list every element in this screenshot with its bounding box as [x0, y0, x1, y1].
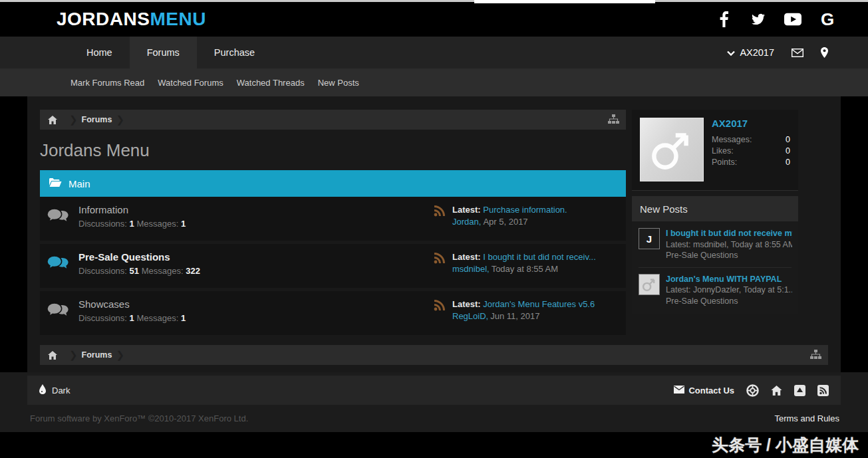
- contact-us-label: Contact Us: [688, 386, 734, 396]
- content-area: ❯ Forums ❯ Jordans Menu Main: [0, 96, 868, 372]
- rss-icon[interactable]: [434, 300, 445, 314]
- breadcrumb-item-forums[interactable]: Forums: [82, 115, 112, 124]
- style-chooser[interactable]: Dark: [39, 384, 70, 396]
- sidebar: AX2017 Messages:0 Likes:0 Points:0: [632, 110, 798, 338]
- latest-post-block: Latest: I bought it but did not receiv..…: [452, 251, 619, 275]
- stat-messages: Messages:0: [712, 134, 790, 146]
- latest-thread-link[interactable]: I bought it but did not receiv...: [483, 252, 596, 262]
- avatar-male-symbol[interactable]: [639, 274, 660, 295]
- nav-tab-forums[interactable]: Forums: [130, 37, 197, 68]
- speech-bubbles-icon: [47, 207, 69, 229]
- speech-bubbles-icon-unread: [47, 255, 69, 277]
- youtube-icon[interactable]: [784, 11, 801, 28]
- breadcrumb-separator: ❯: [112, 349, 128, 361]
- page-root: JORDANSMENU G Home Forums Purchase: [0, 0, 868, 458]
- subnav-watched-threads[interactable]: Watched Threads: [230, 78, 311, 88]
- watermark-strip: 头条号 / 小盛自媒体: [0, 432, 868, 458]
- breadcrumb-bottom: ❯ Forums ❯: [40, 345, 828, 365]
- site-header: JORDANSMENU G: [0, 2, 868, 37]
- nav-right: AX2017: [727, 37, 828, 68]
- forum-row-information[interactable]: Information Discussions: 1 Messages: 1 L…: [40, 197, 626, 241]
- envelope-icon: [674, 386, 684, 396]
- breadcrumb-item-forums[interactable]: Forums: [82, 350, 112, 360]
- latest-thread-link[interactable]: Purchase information.: [483, 205, 567, 215]
- latest-label: Latest:: [452, 299, 481, 309]
- rss-icon[interactable]: [434, 253, 445, 267]
- latest-date: Today at 8:55 AM: [492, 264, 558, 274]
- browser-edge-strip: [0, 0, 868, 2]
- category-title: Main: [69, 178, 90, 189]
- social-links: G: [715, 11, 836, 28]
- breadcrumb: ❯ Forums ❯: [40, 110, 626, 130]
- sub-nav: Mark Forums Read Watched Forums Watched …: [0, 68, 868, 96]
- location-pin-icon[interactable]: [821, 47, 828, 58]
- contact-us-link[interactable]: Contact Us: [674, 386, 734, 396]
- sitemap-icon[interactable]: [810, 350, 821, 362]
- sidebar-username[interactable]: AX2017: [712, 118, 790, 129]
- logo-primary-text: JORDANS: [57, 9, 150, 29]
- main-nav: Home Forums Purchase AX2017: [0, 37, 868, 68]
- terms-and-rules-link[interactable]: Terms and Rules: [774, 413, 839, 423]
- new-post-title[interactable]: I bought it but did not receive my ...: [666, 228, 792, 239]
- rss-icon[interactable]: [434, 205, 445, 220]
- forum-row-showcases[interactable]: Showcases Discussions: 1 Messages: 1 Lat…: [40, 291, 626, 335]
- subnav-watched-forums[interactable]: Watched Forums: [151, 78, 230, 88]
- open-folder-icon: [49, 177, 62, 189]
- new-post-meta: Latest: msdnibel, Today at 8:55 AM: [666, 239, 792, 251]
- latest-author-link[interactable]: msdnibel,: [452, 264, 490, 274]
- page-title: Jordans Menu: [40, 140, 626, 161]
- latest-date: Jun 11, 2017: [490, 311, 539, 321]
- facebook-icon[interactable]: [715, 11, 732, 28]
- help-lifering-icon[interactable]: [746, 384, 759, 397]
- new-post-item[interactable]: Jordan's Menu WITH PAYPAL Latest: JonnyD…: [639, 267, 792, 307]
- breadcrumb-separator: ❯: [112, 114, 128, 126]
- nav-tabs: Home Forums Purchase: [69, 37, 272, 68]
- new-post-forum[interactable]: Pre-Sale Questions: [666, 296, 792, 307]
- latest-post-block: Latest: Purchase information. Jordan,Apr…: [452, 204, 619, 228]
- latest-date: Apr 5, 2017: [483, 217, 527, 227]
- breadcrumb-separator: ❯: [65, 349, 82, 361]
- site-footer: Dark Contact Us: [0, 372, 868, 432]
- user-account-menu[interactable]: AX2017: [727, 47, 774, 58]
- latest-author-link[interactable]: Jordan,: [452, 217, 481, 227]
- google-icon[interactable]: G: [819, 11, 836, 28]
- copyright-text: Forum software by XenForo™ ©2010-2017 Xe…: [30, 413, 248, 423]
- content-wrapper: ❯ Forums ❯ Jordans Menu Main: [27, 96, 841, 372]
- site-logo[interactable]: JORDANSMENU: [57, 9, 206, 30]
- new-posts-header: New Posts: [632, 196, 798, 221]
- stat-points: Points:0: [712, 157, 790, 168]
- latest-label: Latest:: [452, 205, 481, 215]
- user-menu-label: AX2017: [740, 47, 774, 58]
- chevron-down-icon: [727, 47, 735, 58]
- nav-tab-home[interactable]: Home: [69, 37, 130, 68]
- category-main[interactable]: Main: [40, 170, 626, 197]
- subnav-mark-forums-read[interactable]: Mark Forums Read: [64, 78, 151, 88]
- footer-links: Contact Us: [674, 384, 829, 397]
- stat-likes: Likes:0: [712, 146, 790, 157]
- new-post-item[interactable]: J I bought it but did not receive my ...…: [639, 228, 792, 261]
- inbox-envelope-icon[interactable]: [792, 49, 803, 57]
- style-chooser-label: Dark: [52, 386, 70, 396]
- twitter-icon[interactable]: [750, 11, 767, 28]
- rss-feed-icon[interactable]: [817, 385, 829, 396]
- visitor-stats: Messages:0 Likes:0 Points:0: [712, 134, 790, 168]
- speech-bubbles-icon: [47, 302, 69, 324]
- new-post-title[interactable]: Jordan's Menu WITH PAYPAL: [666, 274, 792, 285]
- home-icon[interactable]: [40, 351, 65, 360]
- home-icon[interactable]: [40, 116, 65, 124]
- new-post-meta: Latest: JonnyDazler, Today at 5:1...: [666, 285, 792, 296]
- new-posts-list: J I bought it but did not receive my ...…: [632, 221, 798, 314]
- subnav-new-posts[interactable]: New Posts: [311, 78, 366, 88]
- avatar[interactable]: [640, 118, 704, 181]
- new-post-forum[interactable]: Pre-Sale Questions: [666, 250, 792, 261]
- home-icon[interactable]: [771, 386, 782, 396]
- sitemap-icon[interactable]: [608, 114, 619, 127]
- latest-thread-link[interactable]: Jordan's Menu Features v5.6: [483, 299, 595, 309]
- top-of-page-icon[interactable]: [794, 385, 805, 396]
- latest-author-link[interactable]: RegLoiD,: [452, 311, 488, 321]
- logo-accent-text: MENU: [150, 9, 206, 29]
- nav-tab-purchase[interactable]: Purchase: [197, 37, 272, 68]
- main-column: ❯ Forums ❯ Jordans Menu Main: [40, 110, 626, 338]
- forum-row-pre-sale-questions[interactable]: Pre-Sale Questions Discussions: 51 Messa…: [40, 244, 626, 288]
- avatar-letter[interactable]: J: [639, 228, 660, 249]
